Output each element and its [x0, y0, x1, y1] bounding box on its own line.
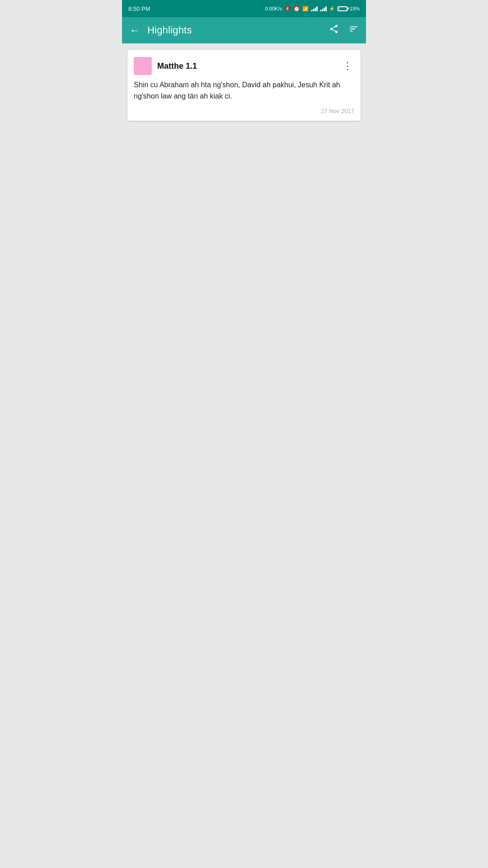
charging-icon: ⚡: [329, 6, 335, 12]
wifi-icon: 📶: [302, 6, 309, 12]
alarm-icon: ⏰: [293, 5, 300, 12]
status-time: 8:50 PM: [128, 5, 150, 12]
card-reference: Matthe 1.1: [157, 61, 197, 71]
page-title: Highlights: [147, 24, 329, 36]
mute-icon: 🔇: [284, 5, 291, 12]
card-header-left: Matthe 1.1: [134, 57, 197, 75]
battery-percent: 19%: [350, 6, 360, 11]
app-bar-actions: [329, 24, 359, 37]
status-bar: 8:50 PM 0.00K/s 🔇 ⏰ 📶 ⚡ 19%: [122, 0, 366, 17]
filter-icon[interactable]: [349, 24, 359, 37]
highlight-color-swatch: [134, 57, 152, 75]
share-icon[interactable]: [329, 24, 339, 37]
signal-bars-1: [311, 6, 318, 11]
highlight-card: Matthe 1.1 ⋮ Shin cu Abraham ah hta ng's…: [127, 50, 361, 121]
status-right-icons: 0.00K/s 🔇 ⏰ 📶 ⚡ 19%: [265, 5, 360, 12]
network-speed: 0.00K/s: [265, 6, 282, 11]
more-options-button[interactable]: ⋮: [341, 61, 354, 71]
signal-bars-2: [320, 6, 327, 11]
back-button[interactable]: ←: [129, 25, 140, 36]
highlights-list: Matthe 1.1 ⋮ Shin cu Abraham ah hta ng's…: [122, 43, 366, 127]
card-header: Matthe 1.1 ⋮: [134, 57, 354, 75]
card-body-text: Shin cu Abraham ah hta ng'shon, David ah…: [134, 80, 354, 102]
card-date: 27 Nov 2017: [134, 108, 354, 114]
battery-indicator: [338, 6, 347, 11]
app-bar: ← Highlights: [122, 17, 366, 43]
